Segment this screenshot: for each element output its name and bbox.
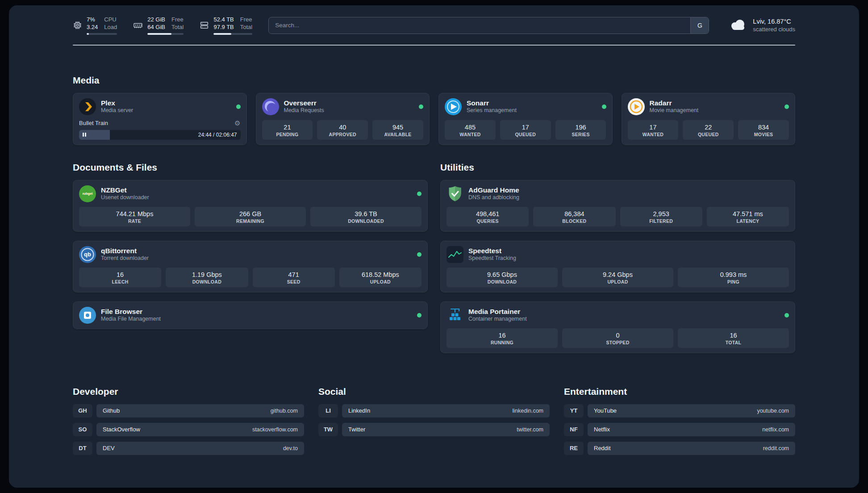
status-dot-online — [417, 252, 421, 257]
bookmark-abbr: DT — [73, 442, 92, 455]
app-name: Sonarr — [467, 99, 517, 107]
card-qbittorrent[interactable]: qb qBittorrent Torrent downloader 16LEEC… — [73, 241, 428, 292]
stat-rate: 744.21 MbpsRATE — [79, 207, 190, 226]
search-engine-button[interactable]: G — [690, 17, 709, 33]
bookmark-name: YouTube — [594, 407, 617, 414]
now-playing-title: Bullet Train — [79, 120, 108, 126]
app-name: AdGuard Home — [468, 186, 519, 194]
app-name: File Browser — [101, 308, 161, 315]
status-dot-online — [236, 104, 241, 109]
disk-free-value: 52.4 TB — [213, 16, 234, 23]
cpu-metric: 7% CPU 3.24 Load — [73, 16, 117, 35]
bookmark-netflix[interactable]: NF Netflix netflix.com — [564, 423, 795, 436]
card-speedtest[interactable]: Speedtest Speedtest Tracking 9.65 GbpsDO… — [440, 241, 795, 292]
bookmark-abbr: LI — [318, 404, 338, 418]
stat-upload: 618.52 MbpsUPLOAD — [339, 267, 421, 287]
app-name: Speedtest — [468, 247, 516, 255]
app-subtitle: Movie management — [650, 107, 699, 114]
bookmark-reddit[interactable]: RE Reddit reddit.com — [564, 442, 795, 455]
app-name: Overseerr — [284, 99, 324, 107]
nzbget-icon: nzbget — [79, 185, 96, 202]
bookmark-github[interactable]: GH Github github.com — [73, 404, 304, 418]
card-radarr[interactable]: Radarr Movie management 17WANTED 22QUEUE… — [622, 93, 796, 145]
status-dot-online — [602, 104, 606, 109]
bookmark-twitter[interactable]: TW Twitter twitter.com — [318, 423, 550, 436]
app-subtitle: Container management — [468, 315, 527, 323]
card-sonarr[interactable]: Sonarr Series management 485WANTED 17QUE… — [438, 93, 613, 145]
cpu-usage-bar — [87, 33, 117, 35]
pause-button[interactable] — [83, 133, 86, 137]
bookmark-abbr: RE — [564, 442, 584, 455]
memory-free-label: Free — [171, 16, 184, 23]
app-subtitle: DNS and adblocking — [468, 194, 519, 201]
stat-download: 9.65 GbpsDOWNLOAD — [447, 267, 558, 287]
cpu-load-label: Load — [104, 24, 117, 31]
memory-free-value: 22 GiB — [147, 16, 165, 23]
disk-usage-bar — [213, 33, 252, 35]
developer-section-title: Developer — [73, 386, 304, 397]
bookmark-stackoverflow[interactable]: SO StackOverflow stackoverflow.com — [73, 423, 304, 436]
disk-total-value: 97.9 TB — [213, 24, 234, 31]
stat-available: 945AVAILABLE — [372, 120, 423, 140]
app-name: Plex — [101, 99, 133, 107]
disk-drive-icon — [200, 21, 209, 30]
qbittorrent-icon: qb — [79, 246, 96, 263]
status-dot-online — [417, 192, 421, 196]
card-portainer[interactable]: Media Portainer Container management 16R… — [440, 301, 795, 353]
bookmark-abbr: YT — [564, 404, 584, 418]
app-subtitle: Media server — [101, 107, 133, 114]
stat-latency: 47.571 msLATENCY — [707, 207, 789, 226]
search-bar: G — [268, 17, 709, 34]
bookmark-group-developer: Developer GH Github github.com SO StackO… — [73, 386, 304, 460]
card-plex[interactable]: Plex Media server Bullet Train ⚙ 24:44 /… — [73, 93, 247, 145]
stat-remaining: 266 GBREMAINING — [195, 207, 306, 226]
stat-queued: 17QUEUED — [500, 120, 551, 140]
gear-icon[interactable]: ⚙ — [234, 119, 240, 127]
memory-total-label: Total — [171, 24, 184, 31]
app-subtitle: Series management — [467, 107, 517, 114]
card-filebrowser[interactable]: File Browser Media File Management — [73, 301, 428, 329]
stat-pending: 21PENDING — [262, 120, 313, 140]
search-input[interactable] — [269, 17, 690, 33]
bookmark-youtube[interactable]: YT YouTube youtube.com — [564, 404, 795, 418]
memory-ram-icon — [133, 21, 143, 30]
bookmark-name: Netflix — [594, 426, 610, 433]
app-subtitle: Torrent downloader — [101, 255, 149, 262]
disk-metric: 52.4 TB Free 97.9 TB Total — [200, 16, 252, 35]
app-name: Radarr — [650, 99, 699, 107]
bookmark-linkedin[interactable]: LI LinkedIn linkedin.com — [318, 404, 550, 418]
stat-series: 196SERIES — [555, 120, 606, 140]
bookmark-name: Twitter — [348, 426, 365, 433]
bookmark-url: github.com — [271, 408, 298, 414]
adguard-icon — [447, 185, 463, 202]
app-subtitle: Media Requests — [284, 107, 324, 114]
cpu-chip-icon — [73, 21, 82, 30]
documents-section-title: Documents & Files — [73, 162, 428, 173]
card-nzbget[interactable]: nzbget NZBGet Usenet downloader 744.21 M… — [73, 180, 428, 232]
sonarr-icon — [445, 98, 462, 115]
filebrowser-icon — [79, 307, 96, 324]
app-name: Media Portainer — [468, 308, 527, 315]
bookmark-name: DEV — [103, 445, 115, 451]
bookmark-name: LinkedIn — [348, 407, 370, 414]
bookmark-name: Reddit — [594, 445, 611, 451]
bookmark-dev[interactable]: DT DEV dev.to — [73, 442, 304, 455]
card-adguard[interactable]: AdGuard Home DNS and adblocking 498,461Q… — [440, 180, 795, 232]
bookmark-url: twitter.com — [517, 426, 543, 433]
dashboard-page: 7% CPU 3.24 Load — [9, 5, 859, 488]
cpu-usage-value: 7% — [87, 16, 98, 23]
status-dot-online — [417, 313, 421, 318]
system-metrics: 7% CPU 3.24 Load — [73, 16, 252, 35]
stat-wanted: 17WANTED — [628, 120, 679, 140]
app-subtitle: Usenet downloader — [101, 194, 149, 201]
cpu-load-value: 3.24 — [87, 24, 98, 31]
disk-free-label: Free — [240, 16, 252, 23]
weather-widget[interactable]: Lviv, 16.87°C scattered clouds — [729, 17, 795, 33]
stat-downloaded: 39.6 TBDOWNLOADED — [310, 207, 421, 226]
disk-total-label: Total — [240, 24, 252, 31]
card-overseerr[interactable]: Overseerr Media Requests 21PENDING 40APP… — [256, 93, 430, 145]
bookmark-name: Github — [103, 407, 120, 414]
stat-filtered: 2,953FILTERED — [620, 207, 702, 226]
bookmark-abbr: NF — [564, 423, 584, 436]
section-documents: Documents & Files nzbget NZBGet Usenet d… — [73, 162, 428, 353]
